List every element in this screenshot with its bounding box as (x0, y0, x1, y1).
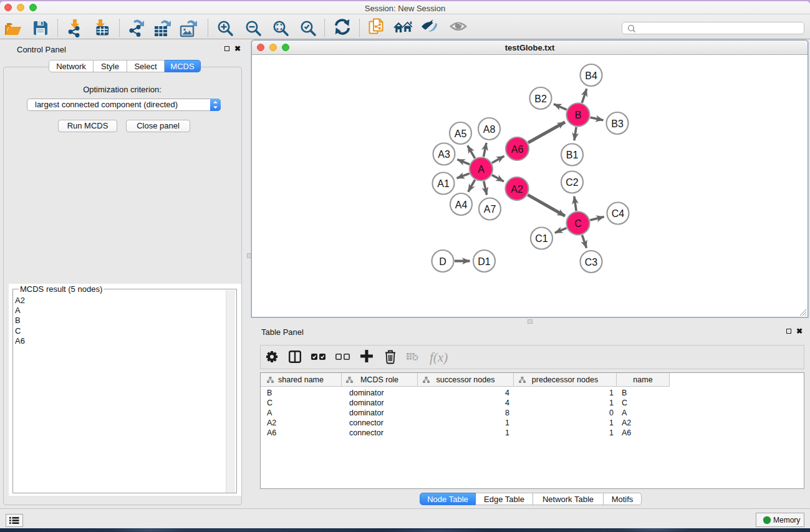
svg-text:A4: A4 (455, 200, 468, 210)
svg-text:C: C (574, 218, 582, 229)
svg-text:A7: A7 (484, 204, 496, 215)
svg-text:D: D (439, 256, 446, 267)
svg-text:C1: C1 (535, 233, 548, 244)
svg-text:A5: A5 (455, 128, 467, 139)
svg-text:A1: A1 (437, 178, 450, 189)
svg-text:A6: A6 (511, 144, 524, 155)
svg-text:B1: B1 (566, 150, 579, 160)
svg-text:B: B (575, 110, 582, 120)
svg-text:B4: B4 (585, 70, 597, 81)
svg-text:C4: C4 (612, 208, 625, 219)
svg-text:A2: A2 (511, 184, 523, 195)
svg-text:D1: D1 (478, 256, 491, 267)
svg-text:C3: C3 (585, 257, 598, 268)
svg-text:B3: B3 (611, 118, 624, 129)
svg-text:A: A (478, 164, 485, 175)
svg-text:A3: A3 (438, 149, 450, 160)
svg-text:B2: B2 (534, 94, 547, 104)
svg-text:f(x): f(x) (430, 350, 448, 365)
svg-text:C2: C2 (566, 177, 579, 188)
svg-text:A8: A8 (483, 124, 496, 135)
